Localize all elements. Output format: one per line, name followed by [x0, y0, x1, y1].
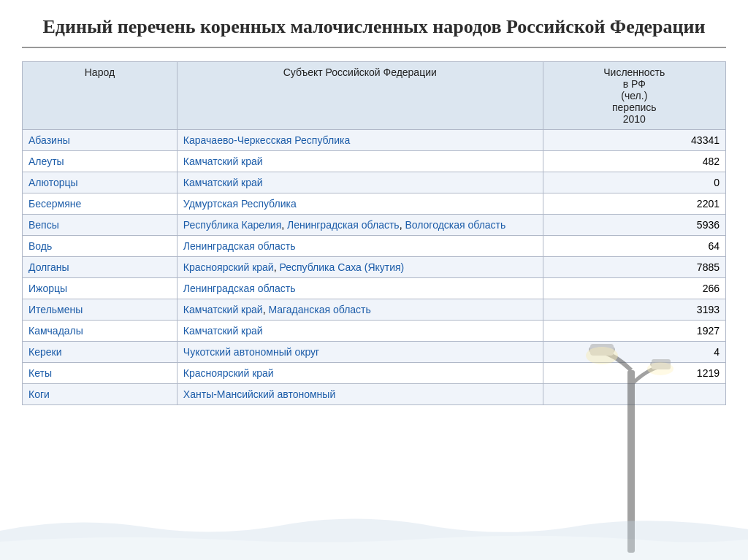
ground-decoration	[0, 487, 748, 560]
table-row: ИтельменыКамчатский край, Магаданская об…	[23, 299, 726, 320]
cell-narod: Алеуты	[23, 150, 178, 172]
table-row: ВепсыРеспублика Карелия, Ленинградская о…	[23, 214, 726, 235]
cell-narod: Водь	[23, 235, 178, 256]
cell-narod: Абазины	[23, 129, 178, 150]
cell-narod: Вепсы	[23, 214, 178, 235]
table-row: КерекиЧукотский автономный округ4	[23, 341, 726, 362]
narod-link[interactable]: Ижорцы	[28, 283, 67, 294]
page-wrapper: Единый перечень коренных малочисленных н…	[0, 0, 748, 420]
cell-narod: Ижорцы	[23, 277, 178, 299]
narod-link[interactable]: Коги	[28, 388, 50, 400]
narod-link[interactable]: Кереки	[28, 346, 61, 358]
subject-link[interactable]: Камчатский край	[183, 156, 263, 167]
cell-count: 0	[543, 172, 725, 193]
narod-link[interactable]: Бесермяне	[28, 198, 81, 210]
cell-narod: Ительмены	[23, 299, 178, 320]
narod-link[interactable]: Водь	[28, 240, 52, 252]
subject-link[interactable]: Республика Саха (Якутия)	[279, 261, 404, 273]
subject-link[interactable]: Республика Карелия	[183, 219, 281, 231]
cell-subject: Республика Карелия, Ленинградская област…	[177, 214, 543, 235]
narod-link[interactable]: Алеуты	[28, 156, 64, 167]
subject-link[interactable]: Красноярский край	[183, 261, 274, 273]
cell-count: 43341	[543, 129, 725, 150]
subject-link[interactable]: Камчатский край	[183, 304, 263, 315]
cell-subject: Ленинградская область	[177, 235, 543, 256]
table-row: КогиХанты-Мансийский автономный	[23, 383, 726, 404]
subject-link[interactable]: Ленинградская область	[183, 283, 296, 294]
subject-link[interactable]: Красноярский край	[183, 367, 274, 379]
cell-narod: Алюторцы	[23, 172, 178, 193]
subject-link[interactable]: Ленинградская область	[183, 240, 296, 252]
narod-link[interactable]: Долганы	[28, 261, 69, 273]
narod-link[interactable]: Кеты	[28, 367, 52, 379]
main-table: Народ Субъект Российской Федерации Числе…	[22, 61, 726, 405]
table-row: АбазиныКарачаево-Черкесская Республика43…	[23, 129, 726, 150]
cell-subject: Ханты-Мансийский автономный	[177, 383, 543, 404]
cell-narod: Камчадалы	[23, 320, 178, 341]
cell-count	[543, 383, 725, 404]
cell-narod: Коги	[23, 383, 178, 404]
cell-subject: Камчатский край, Магаданская область	[177, 299, 543, 320]
narod-link[interactable]: Ительмены	[28, 304, 83, 315]
cell-subject: Красноярский край, Республика Саха (Якут…	[177, 256, 543, 277]
cell-count: 1219	[543, 362, 725, 383]
cell-subject: Камчатский край	[177, 320, 543, 341]
cell-narod: Бесермяне	[23, 193, 178, 214]
cell-subject: Удмуртская Республика	[177, 193, 543, 214]
subject-link[interactable]: Чукотский автономный округ	[183, 346, 319, 358]
cell-narod: Долганы	[23, 256, 178, 277]
cell-count: 266	[543, 277, 725, 299]
th-count: Численностьв РФ(чел.)перепись2010	[543, 61, 725, 129]
cell-count: 482	[543, 150, 725, 172]
subject-link[interactable]: Камчатский край	[183, 177, 263, 188]
cell-count: 3193	[543, 299, 725, 320]
table-row: ВодьЛенинградская область64	[23, 235, 726, 256]
subject-link[interactable]: Магаданская область	[268, 304, 370, 315]
cell-count: 1927	[543, 320, 725, 341]
cell-count: 5936	[543, 214, 725, 235]
table-row: БесермянеУдмуртская Республика2201	[23, 193, 726, 214]
cell-narod: Кеты	[23, 362, 178, 383]
cell-count: 4	[543, 341, 725, 362]
narod-link[interactable]: Камчадалы	[28, 325, 83, 337]
table-row: КамчадалыКамчатский край1927	[23, 320, 726, 341]
cell-subject: Камчатский край	[177, 150, 543, 172]
table-row: КетыКрасноярский край1219	[23, 362, 726, 383]
narod-link[interactable]: Вепсы	[28, 219, 59, 231]
th-subject: Субъект Российской Федерации	[177, 61, 543, 129]
cell-count: 7885	[543, 256, 725, 277]
narod-link[interactable]: Абазины	[28, 134, 70, 146]
subject-link[interactable]: Вологодская область	[405, 219, 505, 231]
cell-subject: Карачаево-Черкесская Республика	[177, 129, 543, 150]
cell-narod: Кереки	[23, 341, 178, 362]
subject-link[interactable]: Ханты-Мансийский автономный	[183, 388, 335, 400]
cell-count: 64	[543, 235, 725, 256]
cell-count: 2201	[543, 193, 725, 214]
cell-subject: Красноярский край	[177, 362, 543, 383]
cell-subject: Камчатский край	[177, 172, 543, 193]
table-row: ИжорцыЛенинградская область266	[23, 277, 726, 299]
subject-link[interactable]: Карачаево-Черкесская Республика	[183, 134, 350, 146]
subject-link[interactable]: Ленинградская область	[287, 219, 400, 231]
subject-link[interactable]: Камчатский край	[183, 325, 263, 337]
narod-link[interactable]: Алюторцы	[28, 177, 78, 188]
subject-link[interactable]: Удмуртская Республика	[183, 198, 297, 210]
cell-subject: Чукотский автономный округ	[177, 341, 543, 362]
table-row: АлюторцыКамчатский край0	[23, 172, 726, 193]
page-title: Единый перечень коренных малочисленных н…	[22, 15, 726, 48]
table-row: ДолганыКрасноярский край, Республика Сах…	[23, 256, 726, 277]
table-row: АлеутыКамчатский край482	[23, 150, 726, 172]
th-narod: Народ	[23, 61, 178, 129]
cell-subject: Ленинградская область	[177, 277, 543, 299]
